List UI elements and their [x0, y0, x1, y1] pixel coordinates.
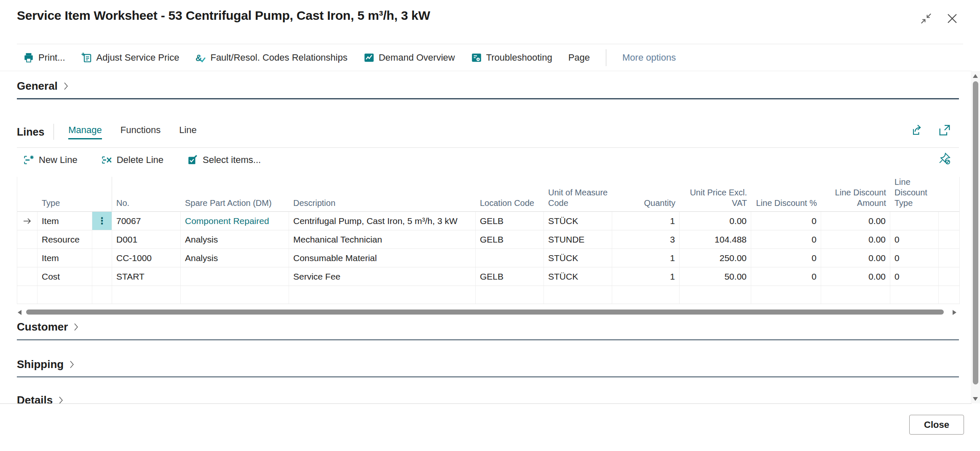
- cell-line-discount-pct[interactable]: 0: [751, 212, 821, 230]
- cell-no[interactable]: START: [112, 267, 181, 286]
- scroll-left-arrow[interactable]: [18, 310, 21, 315]
- open-in-new-window-icon[interactable]: [938, 124, 951, 136]
- cell-quantity[interactable]: [612, 286, 680, 304]
- header-unit-of-measure[interactable]: Unit of Measure Code: [544, 177, 612, 212]
- cell-unit-of-measure[interactable]: [544, 286, 612, 304]
- cell-description[interactable]: Mechanical Technician: [289, 230, 476, 248]
- cell-unit-price[interactable]: 250.00: [680, 249, 751, 267]
- header-no[interactable]: No.: [112, 177, 181, 212]
- cell-type[interactable]: Cost: [37, 267, 92, 286]
- cell-quantity[interactable]: 1: [612, 267, 680, 286]
- cell-spare-part-action[interactable]: [181, 286, 289, 304]
- cell-location-code[interactable]: [476, 286, 544, 304]
- cell-unit-price[interactable]: 104.488: [680, 230, 751, 248]
- tab-functions[interactable]: Functions: [120, 125, 161, 139]
- cell-line-discount-pct[interactable]: [751, 286, 821, 304]
- cell-unit-price[interactable]: 50.00: [680, 267, 751, 286]
- new-line-button[interactable]: New Line: [23, 155, 78, 165]
- row-options-cell[interactable]: ⋮: [92, 212, 112, 230]
- cell-line-discount-pct[interactable]: 0: [751, 230, 821, 248]
- close-button[interactable]: Close: [909, 415, 964, 435]
- cell-unit-of-measure[interactable]: STÜCK: [544, 249, 612, 267]
- row-options-cell[interactable]: [92, 267, 112, 286]
- print-button[interactable]: Print...: [23, 52, 65, 63]
- delete-line-button[interactable]: Delete Line: [101, 155, 163, 165]
- header-type[interactable]: Type: [37, 177, 92, 212]
- header-line-discount-amount[interactable]: Line Discount Amount: [821, 177, 890, 212]
- cell-line-discount-type[interactable]: 0: [890, 230, 939, 248]
- cell-line-discount-amount[interactable]: 0.00: [821, 249, 890, 267]
- cell-unit-of-measure[interactable]: STÜCK: [544, 267, 612, 286]
- row-options-cell[interactable]: [92, 230, 112, 248]
- cell-quantity[interactable]: 1: [612, 249, 680, 267]
- section-details[interactable]: Details: [17, 394, 63, 404]
- cell-unit-price[interactable]: 0.00: [680, 212, 751, 230]
- cell-line-discount-type[interactable]: [890, 212, 939, 230]
- cell-line-discount-pct[interactable]: 0: [751, 249, 821, 267]
- close-window-button[interactable]: [945, 12, 959, 25]
- cell-spare-part-action[interactable]: Analysis: [181, 249, 289, 267]
- header-line-discount-type[interactable]: Line Discount Type: [890, 177, 939, 212]
- vertical-scroll-thumb[interactable]: [973, 81, 978, 384]
- tab-manage[interactable]: Manage: [68, 125, 102, 139]
- select-items-button[interactable]: Select items...: [187, 155, 261, 165]
- cell-no[interactable]: [112, 286, 181, 304]
- row-options-cell[interactable]: [92, 249, 112, 267]
- cell-spare-part-action[interactable]: [181, 267, 289, 286]
- adjust-service-price-button[interactable]: Adjust Service Price: [81, 52, 179, 63]
- cell-line-discount-type[interactable]: [890, 286, 939, 304]
- cell-description[interactable]: Service Fee: [289, 267, 476, 286]
- share-icon[interactable]: [911, 124, 924, 136]
- scroll-down-arrow[interactable]: [973, 397, 978, 401]
- cell-line-discount-type[interactable]: 0: [890, 249, 939, 267]
- cell-quantity[interactable]: 1: [612, 212, 680, 230]
- cell-spare-part-action[interactable]: Component Repaired: [181, 212, 289, 230]
- cell-description[interactable]: [289, 286, 476, 304]
- cell-unit-of-measure[interactable]: STÜCK: [544, 212, 612, 230]
- cell-unit-of-measure[interactable]: STUNDE: [544, 230, 612, 248]
- cell-line-discount-pct[interactable]: 0: [751, 267, 821, 286]
- cell-line-discount-type[interactable]: 0: [890, 267, 939, 286]
- cell-unit-price[interactable]: [680, 286, 751, 304]
- cell-quantity[interactable]: 3: [612, 230, 680, 248]
- horizontal-scrollbar[interactable]: [17, 309, 957, 315]
- cell-location-code[interactable]: [476, 249, 544, 267]
- fault-resol-codes-button[interactable]: & Fault/Resol. Codes Relationships: [195, 52, 347, 63]
- header-quantity[interactable]: Quantity: [612, 177, 680, 212]
- cell-no[interactable]: D001: [112, 230, 181, 248]
- horizontal-scroll-thumb[interactable]: [26, 310, 944, 315]
- cell-type[interactable]: Resource: [37, 230, 92, 248]
- section-general[interactable]: General: [17, 80, 68, 93]
- header-unit-price[interactable]: Unit Price Excl. VAT: [680, 177, 751, 212]
- scroll-up-arrow[interactable]: [973, 74, 978, 78]
- tab-line[interactable]: Line: [179, 125, 197, 139]
- vertical-scrollbar[interactable]: [971, 71, 980, 403]
- scroll-right-arrow[interactable]: [953, 310, 956, 315]
- header-description[interactable]: Description: [289, 177, 476, 212]
- cell-type[interactable]: Item: [37, 212, 92, 230]
- section-shipping[interactable]: Shipping: [17, 358, 74, 371]
- cell-description[interactable]: Consumable Material: [289, 249, 476, 267]
- section-customer[interactable]: Customer: [17, 320, 78, 334]
- troubleshooting-button[interactable]: Troubleshooting: [471, 52, 552, 63]
- page-menu-button[interactable]: Page: [568, 52, 590, 63]
- more-options-link[interactable]: More options: [622, 52, 676, 63]
- cell-no[interactable]: 70067: [112, 212, 181, 230]
- cell-type[interactable]: [37, 286, 92, 304]
- restore-window-button[interactable]: [919, 12, 933, 25]
- unpin-part-button[interactable]: [938, 152, 951, 165]
- cell-line-discount-amount[interactable]: 0.00: [821, 212, 890, 230]
- cell-line-discount-amount[interactable]: [821, 286, 890, 304]
- cell-location-code[interactable]: GELB: [476, 212, 544, 230]
- cell-location-code[interactable]: GELB: [476, 230, 544, 248]
- cell-type[interactable]: Item: [37, 249, 92, 267]
- cell-line-discount-amount[interactable]: 0.00: [821, 230, 890, 248]
- header-line-discount-pct[interactable]: Line Discount %: [751, 177, 821, 212]
- cell-line-discount-amount[interactable]: 0.00: [821, 267, 890, 286]
- cell-location-code[interactable]: GELB: [476, 267, 544, 286]
- header-location-code[interactable]: Location Code: [476, 177, 544, 212]
- cell-spare-part-action[interactable]: Analysis: [181, 230, 289, 248]
- header-spare-part-action[interactable]: Spare Part Action (DM): [181, 177, 289, 212]
- cell-description[interactable]: Centrifugal Pump, Cast Iron, 5 m³/h, 3 k…: [289, 212, 476, 230]
- cell-no[interactable]: CC-1000: [112, 249, 181, 267]
